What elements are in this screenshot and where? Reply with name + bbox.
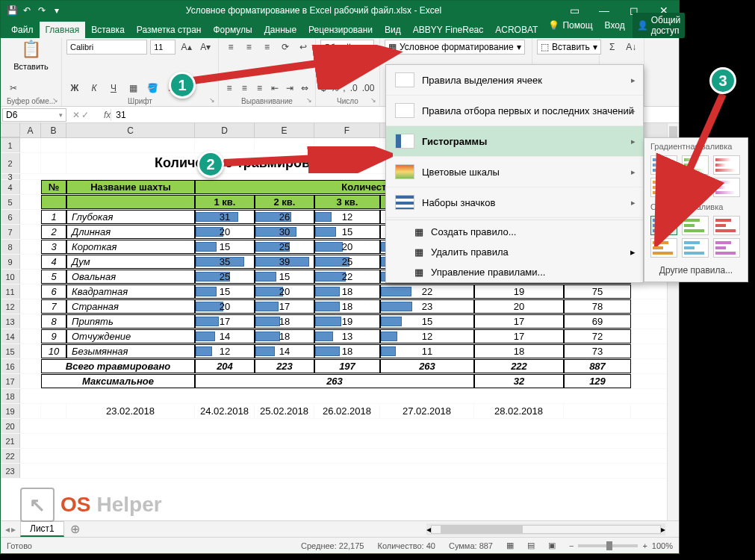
menu-icon-sets[interactable]: Наборы значков▸	[386, 187, 643, 218]
gallery-more-rules[interactable]: Другие правила...	[644, 259, 748, 277]
bold-button[interactable]: Ж	[66, 81, 83, 96]
fx-cancel-icon[interactable]: ✕	[72, 110, 80, 120]
col-header[interactable]: D	[195, 123, 255, 137]
col-header[interactable]: A	[20, 123, 41, 137]
annotation-badge-3: 3	[709, 67, 736, 94]
cut-icon[interactable]: ✂	[5, 81, 22, 96]
window-title: Условное форматирование в Excel рабочий …	[68, 5, 559, 16]
svg-line-2	[660, 94, 723, 236]
autosum-icon[interactable]: Σ	[604, 40, 621, 55]
annotation-arrow-2	[221, 146, 393, 173]
tab-acrobat[interactable]: ACROBAT	[489, 22, 544, 38]
annotation-arrow-1	[187, 45, 403, 90]
font-size-select[interactable]: 11	[150, 40, 175, 55]
col-header[interactable]: F	[314, 123, 380, 137]
annotation-arrow-3	[650, 90, 732, 246]
menu-highlight-rules[interactable]: Правила выделения ячеек▸	[386, 65, 643, 96]
col-header[interactable]: B	[41, 123, 66, 137]
fill-color-icon[interactable]: 🪣	[144, 81, 161, 96]
sign-in[interactable]: Вход	[600, 18, 630, 33]
tab-file[interactable]: Файл	[5, 22, 40, 38]
cursor-icon: ↖	[20, 488, 55, 522]
borders-icon[interactable]: ▦	[125, 81, 141, 96]
save-icon[interactable]: 💾	[5, 4, 19, 17]
clipboard-launcher-icon[interactable]: ↘	[51, 96, 60, 105]
new-sheet-icon[interactable]: ⊕	[64, 522, 86, 536]
sheet-nav-next-icon[interactable]: ▸	[11, 524, 16, 535]
insert-cells-button[interactable]: ⬚ Вставить ▾	[537, 40, 601, 55]
tab-review[interactable]: Рецензировани	[302, 22, 379, 38]
view-normal-icon[interactable]: ▦	[506, 541, 514, 550]
svg-line-0	[193, 54, 388, 81]
zoom-slider[interactable]	[578, 544, 638, 547]
redo-icon[interactable]: ↷	[35, 4, 49, 17]
view-layout-icon[interactable]: ▤	[527, 541, 535, 550]
tab-data[interactable]: Данные	[258, 22, 302, 38]
fx-accept-icon[interactable]: ✓	[81, 110, 89, 120]
annotation-badge-2: 2	[197, 151, 224, 178]
tab-page-layout[interactable]: Разметка стран	[131, 22, 208, 38]
menu-top-bottom-rules[interactable]: Правила отбора первых и последних значен…	[386, 96, 643, 126]
menu-new-rule[interactable]: ▦ Создать правило...	[386, 222, 643, 242]
zoom-out-icon[interactable]: −	[569, 541, 574, 550]
ribbon-tabs: Файл Главная Вставка Разметка стран Форм…	[1, 20, 679, 38]
select-all-triangle[interactable]	[1, 123, 20, 137]
zoom-level[interactable]: 100%	[652, 541, 673, 550]
sheet-nav-prev-icon[interactable]: ◂	[5, 524, 10, 535]
svg-line-1	[224, 155, 382, 163]
col-header[interactable]: C	[66, 123, 195, 137]
tab-formulas[interactable]: Формулы	[207, 22, 258, 38]
zoom-in-icon[interactable]: +	[642, 541, 647, 550]
annotation-badge-1: 1	[169, 72, 196, 99]
font-launcher-icon[interactable]: ↘	[208, 96, 217, 105]
font-name-select[interactable]: Calibri	[66, 40, 147, 55]
undo-icon[interactable]: ↶	[20, 4, 34, 17]
watermark: ↖ OSHelper	[20, 488, 162, 522]
status-bar: Готово Среднее: 22,175 Количество: 40 Су…	[1, 537, 679, 553]
share-button[interactable]: 👤 Общий доступ	[633, 13, 686, 38]
italic-button[interactable]: К	[86, 81, 102, 96]
align-launcher-icon[interactable]: ↘	[305, 96, 314, 105]
menu-color-scales[interactable]: Цветовые шкалы▸	[386, 157, 643, 187]
status-ready: Готово	[7, 541, 32, 550]
sort-filter-icon[interactable]: A↓	[624, 40, 640, 55]
sheet-tab[interactable]: Лист1	[20, 521, 64, 537]
menu-manage-rules[interactable]: ▦ Управление правилами...	[386, 262, 643, 282]
view-break-icon[interactable]: ▣	[548, 541, 556, 550]
conditional-formatting-button[interactable]: ▦ Условное форматирование ▾	[385, 40, 525, 55]
tab-insert[interactable]: Вставка	[85, 22, 131, 38]
qat-customize-icon[interactable]: ▾	[50, 4, 63, 17]
name-box[interactable]: D6▾	[2, 108, 66, 122]
tell-me[interactable]: 💡 Помощ	[544, 18, 597, 33]
horizontal-scrollbar[interactable]: ◂▸	[426, 523, 665, 535]
paste-icon[interactable]: 📋	[21, 40, 41, 59]
conditional-formatting-menu: Правила выделения ячеек▸ Правила отбора …	[385, 64, 644, 283]
col-header[interactable]: E	[255, 123, 314, 137]
fx-icon[interactable]: fx	[93, 110, 111, 120]
menu-clear-rules[interactable]: ▦ Удалить правила▸	[386, 242, 643, 262]
tab-home[interactable]: Главная	[40, 22, 86, 38]
tab-view[interactable]: Вид	[379, 22, 407, 38]
tab-abbyy[interactable]: ABBYY FineReac	[407, 22, 490, 38]
number-launcher-icon[interactable]: ↘	[369, 96, 378, 105]
underline-button[interactable]: Ч	[105, 81, 122, 96]
menu-data-bars[interactable]: Гистограммы▸	[386, 126, 643, 157]
sheet-tab-bar: ◂ ▸ Лист1 ⊕ ◂▸	[1, 520, 679, 537]
